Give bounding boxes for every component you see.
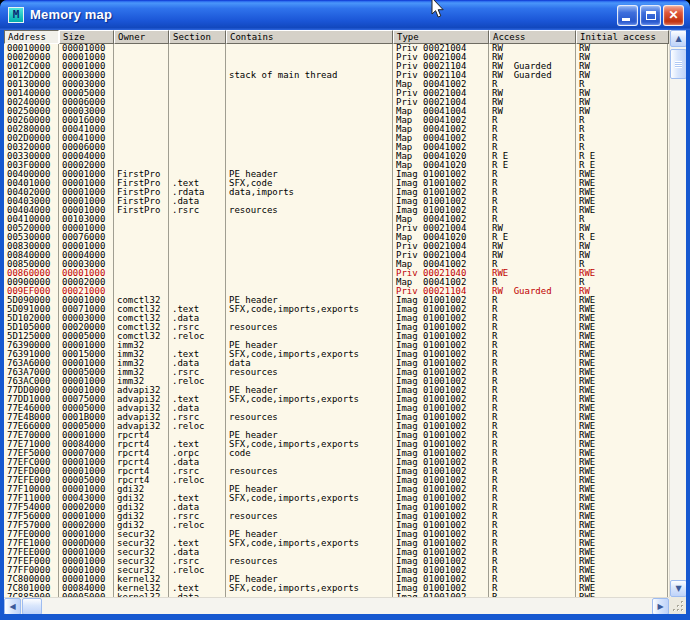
table-row[interactable]: 7639100000015000imm32.textSFX,code,impor… (4, 350, 669, 359)
table-row[interactable]: 7C80000000001000kernel32PE headerImag 01… (4, 575, 669, 584)
cell-initial-access: RWE (576, 341, 668, 350)
table-row[interactable]: 0083000000001000Priv 00021004RWRW (4, 242, 669, 251)
table-row[interactable]: 77F1000000001000gdi32PE headerImag 01001… (4, 485, 669, 494)
table-row[interactable]: 77F5400000002000gdi32.dataImag 01001002R… (4, 503, 669, 512)
table-row[interactable]: 77FEE00000001000secur32.dataImag 0100100… (4, 548, 669, 557)
table-row[interactable]: 77FE000000001000secur32PE headerImag 010… (4, 530, 669, 539)
table-row[interactable]: 003F000000002000Map 00041020R ER E (4, 161, 669, 170)
table-row[interactable]: 0040100000001000FirstPro.textSFX,codeIma… (4, 179, 669, 188)
table-row[interactable]: 0032000000006000Map 00041002RR (4, 143, 669, 152)
table-row[interactable]: 0002000000001000Priv 00021004RWRW (4, 53, 669, 62)
cell-owner (114, 125, 169, 134)
cell-owner: imm32 (114, 359, 169, 368)
table-row[interactable]: 0085000000003000Map 00041002RR (4, 260, 669, 269)
scroll-left-button[interactable]: ◀ (4, 598, 21, 614)
table-row[interactable]: 77E4B0000001B000advapi32.rsrcresourcesIm… (4, 413, 669, 422)
vertical-scrollbar[interactable]: ▲ ▼ (669, 30, 686, 597)
scroll-up-button[interactable]: ▲ (670, 30, 686, 47)
table-row[interactable]: 77EFE00000005000rpcrt4.relocImag 0100100… (4, 476, 669, 485)
table-row[interactable]: 0040400000001000FirstPro.rsrcresourcesIm… (4, 206, 669, 215)
vertical-scroll-thumb[interactable] (670, 49, 686, 79)
table-row[interactable]: 0012C00000001000Priv 00021104RW GuardedR… (4, 62, 669, 71)
column-header-type[interactable]: Type (393, 30, 489, 44)
table-row[interactable]: 77E7100000084000rpcrt4.textSFX,code,impo… (4, 440, 669, 449)
close-button[interactable]: ✕ (663, 5, 684, 26)
table-row[interactable]: 77DD100000075000advapi32.textSFX,code,im… (4, 395, 669, 404)
table-row[interactable]: 0084000000004000Priv 00021004RWRW (4, 251, 669, 260)
cell-contains: SFX,code,imports,exports (226, 494, 393, 503)
table-row[interactable]: 77EFC00000001000rpcrt4.dataImag 01001002… (4, 458, 669, 467)
table-row[interactable]: 77FEF00000001000secur32.rsrcresourcesIma… (4, 557, 669, 566)
horizontal-scroll-thumb[interactable] (22, 598, 42, 614)
table-row[interactable]: 77FE10000000D000secur32.textSFX,code,imp… (4, 539, 669, 548)
cell-type: Imag 01001002 (393, 197, 489, 206)
cell-owner: advapi32 (114, 413, 169, 422)
table-row[interactable]: 77DD000000001000advapi32PE headerImag 01… (4, 386, 669, 395)
table-row[interactable]: 0014000000005000Priv 00021004RWRW (4, 89, 669, 98)
minimize-button[interactable] (617, 5, 638, 26)
table-row[interactable]: 0090000000002000Map 00041002RR (4, 278, 669, 287)
cell-owner (114, 134, 169, 143)
table-row[interactable]: 5D10200000003000comctl32.dataImag 010010… (4, 314, 669, 323)
table-row[interactable]: 0028000000041000Map 00041002RR (4, 125, 669, 134)
cell-address: 77E4B000 (4, 413, 59, 422)
cell-contains: resources (226, 206, 393, 215)
table-row[interactable]: 77EFD00000001000rpcrt4.rsrcresourcesImag… (4, 467, 669, 476)
table-row[interactable]: 77FF000000001000secur32.relocImag 010010… (4, 566, 669, 575)
table-row[interactable]: 763A700000005000imm32.rsrcresourcesImag … (4, 368, 669, 377)
maximize-button[interactable] (640, 5, 661, 26)
table-row[interactable]: 0012D00000003000stack of main threadPriv… (4, 71, 669, 80)
cell-address: 00020000 (4, 53, 59, 62)
window-icon[interactable]: M (8, 7, 24, 23)
table-row[interactable]: 0040300000001000FirstPro.dataImag 010010… (4, 197, 669, 206)
table-row[interactable]: 0001000000001000Priv 00021004RWRW (4, 44, 669, 53)
table-row[interactable]: 002D000000041000Map 00041002RR (4, 134, 669, 143)
horizontal-scrollbar[interactable]: ◀ ▶ (4, 597, 669, 614)
table-row[interactable]: 7639000000001000imm32PE headerImag 01001… (4, 341, 669, 350)
table-row[interactable]: 0041000000103000Map 00041002RR (4, 215, 669, 224)
table-row[interactable]: 5D12500000005000comctl32.relocImag 01001… (4, 332, 669, 341)
scroll-right-button[interactable]: ▶ (652, 598, 669, 614)
table-row[interactable]: 0025000000003000Map 00041004RWRW (4, 107, 669, 116)
table-row[interactable]: 77F5600000001000gdi32.rsrcresourcesImag … (4, 512, 669, 521)
table-row[interactable]: 0013000000003000Map 00041002RR (4, 80, 669, 89)
table-row[interactable]: 77E7000000001000rpcrt4PE headerImag 0100… (4, 431, 669, 440)
table-row[interactable]: 0033000000004000Map 00041020R ER E (4, 152, 669, 161)
table-row[interactable]: 763AC00000001000imm32.relocImag 01001002… (4, 377, 669, 386)
cell-contains (226, 404, 393, 413)
column-header-contains[interactable]: Contains (226, 30, 393, 44)
table-row[interactable]: 77EF500000007000rpcrt4.orpccodeImag 0100… (4, 449, 669, 458)
table-row[interactable]: 5D10500000020000comctl32.rsrcresourcesIm… (4, 323, 669, 332)
cell-contains (226, 89, 393, 98)
title-bar[interactable]: M Memory map ✕ (0, 0, 690, 30)
table-row[interactable]: 5D09000000001000comctl32PE headerImag 01… (4, 296, 669, 305)
column-header-owner[interactable]: Owner (114, 30, 169, 44)
table-row[interactable]: 77F1100000043000gdi32.textSFX,code,impor… (4, 494, 669, 503)
table-row[interactable]: 009EF00000021000Priv 00021104RW GuardedR… (4, 287, 669, 296)
table-row[interactable]: 0052000000001000Priv 00021004RWRW (4, 224, 669, 233)
table-row[interactable]: 763A600000001000imm32.datadataImag 01001… (4, 359, 669, 368)
table-row[interactable]: 0040000000001000FirstProPE headerImag 01… (4, 170, 669, 179)
cell-size: 00001000 (59, 224, 114, 233)
column-header-initial-access[interactable]: Initial access (576, 30, 669, 44)
cell-section (169, 233, 226, 242)
table-row[interactable]: 77E4600000005000advapi32.dataImag 010010… (4, 404, 669, 413)
table-row[interactable]: 7C80100000084000kernel32.textSFX,code,im… (4, 584, 669, 593)
table-row[interactable]: 5D09100000071000comctl32.textSFX,code,im… (4, 305, 669, 314)
table-row[interactable]: 77E6600000005000advapi32.relocImag 01001… (4, 422, 669, 431)
table-row[interactable]: 77F5700000002000gdi32.relocImag 01001002… (4, 521, 669, 530)
table-row[interactable]: 0040200000001000FirstPro.rdatadata,impor… (4, 188, 669, 197)
scroll-down-button[interactable]: ▼ (670, 580, 686, 597)
cell-size: 00005000 (59, 89, 114, 98)
column-header-address[interactable]: Address (4, 30, 59, 44)
table-row[interactable]: 0086000000001000Priv 00021040RWERWE (4, 269, 669, 278)
table-row[interactable]: 0026000000016000Map 00041002RR (4, 116, 669, 125)
table-row[interactable]: 0053000000076000Map 00041020R ER E (4, 233, 669, 242)
cell-section: .data (169, 503, 226, 512)
column-header-section[interactable]: Section (169, 30, 226, 44)
resize-grip[interactable] (669, 597, 686, 614)
table-row[interactable]: 0024000000006000Priv 00021004RWRW (4, 98, 669, 107)
column-header-access[interactable]: Access (489, 30, 576, 44)
cell-initial-access: RWE (576, 521, 668, 530)
column-header-size[interactable]: Size (59, 30, 114, 44)
